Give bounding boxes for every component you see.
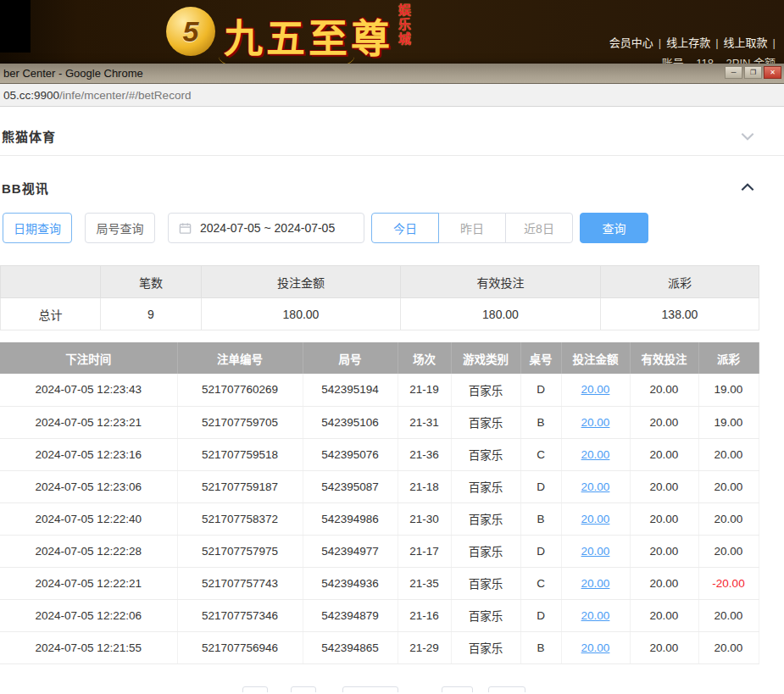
banner-link[interactable]: 会员中心: [609, 36, 653, 49]
site-logo[interactable]: 5 九五至尊 娱乐城: [166, 2, 437, 64]
bet-row: 2024-07-05 12:23:16521707759518542395076…: [0, 438, 759, 470]
cell-round_no: 542394879: [303, 599, 398, 631]
cell-time: 2024-07-05 12:22:06: [0, 599, 177, 631]
cell-time: 2024-07-05 12:22:40: [0, 502, 177, 535]
cell-bet: 20.00: [561, 438, 630, 470]
cell-time: 2024-07-05 12:23:06: [0, 470, 177, 502]
cell-table_no: C: [520, 438, 561, 470]
cell-valid: 20.00: [630, 599, 698, 631]
cell-table_no: D: [520, 470, 561, 502]
site-banner: 5 九五至尊 娱乐城 会员中心|线上存款|线上取款| 账号 118 2PIN 金…: [0, 0, 784, 64]
cell-time: 2024-07-05 12:23:43: [0, 374, 177, 406]
summary-header-row: 笔数投注金额有效投注派彩: [1, 266, 759, 298]
cell-session: 21-30: [398, 502, 451, 535]
bet-row: 2024-07-05 12:22:28521707757975542394977…: [0, 535, 759, 567]
cell-round_no: 542394986: [303, 502, 398, 535]
cell-bet: 20.00: [561, 535, 630, 567]
pagination-prev-button[interactable]: [242, 686, 268, 693]
bet-amount-link[interactable]: 20.00: [581, 448, 610, 461]
bet-amount-link[interactable]: 20.00: [581, 480, 610, 493]
banner-links: 会员中心|线上存款|线上取款|: [604, 34, 776, 50]
pagination-page-button[interactable]: [291, 686, 316, 693]
date-range-picker[interactable]: 2024-07-05 ~ 2024-07-05: [168, 213, 364, 243]
cell-session: 21-35: [398, 567, 451, 599]
account-info: 账号 118 2PIN 金额: [604, 54, 776, 64]
bet-amount-link[interactable]: 20.00: [581, 383, 610, 396]
summary-table: 笔数投注金额有效投注派彩 总计9180.00180.00138.00: [0, 265, 759, 330]
pagination-next-button[interactable]: [442, 686, 473, 693]
cell-session: 21-36: [398, 438, 451, 470]
cell-game: 百家乐: [451, 567, 520, 599]
cell-order_no: 521707756946: [177, 631, 303, 663]
browser-popup-window: ber Center - Google Chrome ─ ❐ ✕ 05.cc:9…: [0, 64, 784, 694]
bet-header-cell: 派彩: [698, 342, 759, 374]
cell-game: 百家乐: [451, 406, 520, 438]
bet-amount-link[interactable]: 20.00: [581, 513, 610, 525]
cell-round_no: 542395194: [303, 374, 398, 406]
summary-cell: 9: [101, 298, 202, 330]
cell-payout: 20.00: [698, 535, 759, 567]
bet-amount-link[interactable]: 20.00: [581, 545, 610, 558]
cell-time: 2024-07-05 12:23:16: [0, 438, 177, 470]
bet-record-page: 熊猫体育 BB视讯 日期查询 局号查询 2024-07-05 ~ 20: [0, 107, 784, 692]
cell-time: 2024-07-05 12:21:55: [0, 631, 177, 663]
cell-bet: 20.00: [561, 567, 630, 599]
bet-row: 2024-07-05 12:23:43521707760269542395194…: [0, 374, 759, 406]
chevron-up-icon: [739, 179, 756, 196]
bet-row: 2024-07-05 12:23:06521707759187542395087…: [0, 470, 759, 502]
cell-valid: 20.00: [630, 470, 698, 502]
today-button[interactable]: 今日: [371, 213, 439, 243]
cell-payout: 20.00: [698, 502, 759, 535]
pagination-jump-input[interactable]: [488, 686, 525, 693]
last-8-days-button[interactable]: 近8日: [505, 213, 573, 243]
cell-bet: 20.00: [561, 599, 630, 631]
section-bb-video[interactable]: BB视讯: [0, 168, 784, 207]
bet-amount-link[interactable]: 20.00: [581, 416, 610, 429]
section-panda-sports[interactable]: 熊猫体育: [0, 117, 784, 156]
pagination-size-select[interactable]: [342, 686, 398, 693]
banner-link[interactable]: 线上存款: [666, 36, 710, 49]
window-close-button[interactable]: ✕: [764, 66, 781, 79]
address-bar[interactable]: 05.cc:9900/infe/mcenter/#/betRecord: [0, 84, 784, 107]
cell-payout: 20.00: [698, 438, 759, 470]
window-maximize-button[interactable]: ❐: [744, 66, 762, 79]
window-titlebar[interactable]: ber Center - Google Chrome ─ ❐ ✕: [0, 64, 784, 84]
summary-header-cell: 派彩: [601, 266, 759, 298]
cell-order_no: 521707759518: [177, 438, 303, 470]
cell-game: 百家乐: [451, 502, 520, 535]
cell-session: 21-18: [398, 470, 451, 502]
link-separator: |: [715, 36, 718, 49]
cell-session: 21-17: [398, 535, 451, 567]
cell-session: 21-31: [398, 406, 451, 438]
bet-amount-link[interactable]: 20.00: [581, 609, 610, 622]
bet-amount-link[interactable]: 20.00: [581, 577, 610, 590]
cell-valid: 20.00: [630, 374, 698, 406]
bet-amount-link[interactable]: 20.00: [581, 641, 610, 654]
cell-order_no: 521707758372: [177, 502, 303, 535]
bet-table-header-row: 下注时间注单编号局号场次游戏类别桌号投注金额有效投注派彩: [0, 342, 759, 374]
search-button[interactable]: 查询: [580, 213, 648, 243]
cell-time: 2024-07-05 12:23:21: [0, 406, 177, 438]
date-query-tab[interactable]: 日期查询: [3, 213, 72, 243]
link-separator: |: [659, 36, 661, 49]
cell-game: 百家乐: [451, 470, 520, 502]
cell-bet: 20.00: [561, 470, 630, 502]
cell-session: 21-16: [398, 599, 451, 631]
cell-valid: 20.00: [630, 567, 698, 599]
yesterday-button[interactable]: 昨日: [438, 213, 506, 243]
bet-row: 2024-07-05 12:22:21521707757743542394936…: [0, 567, 759, 599]
summary-header-cell: 有效投注: [401, 266, 601, 298]
bet-header-cell: 场次: [398, 342, 451, 374]
banner-link[interactable]: 线上取款: [724, 36, 768, 49]
cell-table_no: B: [520, 406, 561, 438]
filter-toolbar: 日期查询 局号查询 2024-07-05 ~ 2024-07-05 今日 昨日 …: [0, 213, 784, 243]
bet-header-cell: 注单编号: [177, 342, 303, 374]
round-query-tab[interactable]: 局号查询: [85, 213, 155, 243]
window-minimize-button[interactable]: ─: [725, 66, 742, 79]
cell-game: 百家乐: [451, 535, 520, 567]
summary-cell: 180.00: [401, 298, 601, 330]
bet-header-cell: 下注时间: [0, 342, 177, 374]
window-title: ber Center - Google Chrome: [0, 67, 143, 80]
banner-black-corner: [0, 0, 31, 53]
summary-header-cell: 笔数: [101, 266, 202, 298]
